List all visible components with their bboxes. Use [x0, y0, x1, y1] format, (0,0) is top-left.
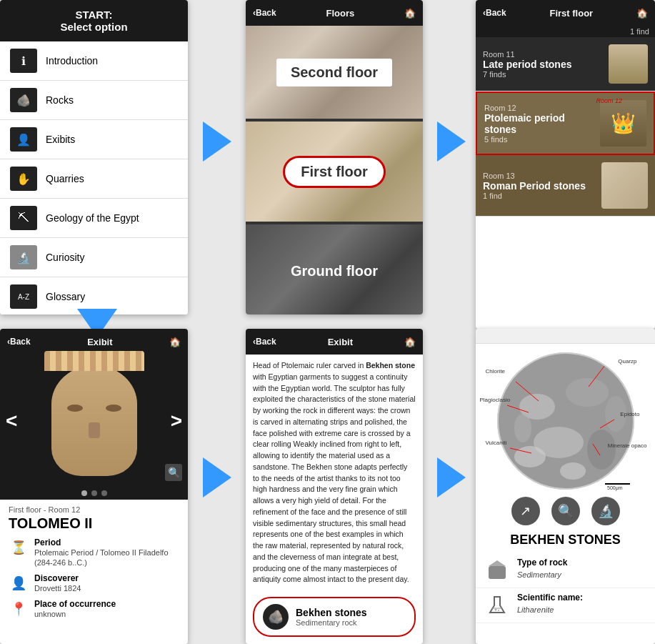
bekhen-info-button[interactable]: 🔬 [591, 497, 620, 525]
menu-item-introduction[interactable]: ℹ Introduction [0, 41, 188, 81]
bekhen-panel: 500μm Chlorite Quarzp Plagioclasio Epido… [476, 329, 655, 644]
menu-item-rocks-label: Rocks [46, 94, 74, 106]
place-value: unknown [34, 610, 66, 618]
room-12-image: 👑 [600, 100, 646, 147]
bekhen-sciname-detail: Scientific name: Litharenite [476, 588, 655, 623]
arrow-desc-to-bekhen [426, 457, 477, 497]
exhibit-statue-title: TOLOMEO II [9, 515, 179, 532]
rock-tag-button[interactable]: 🪨 Bekhen stones Sedimentary rock [253, 597, 416, 637]
ground-floor-image: Ground floor [246, 224, 423, 314]
arrow-menu-to-exhibit [77, 317, 117, 329]
arrow-floors-to-firstfloor [426, 122, 477, 162]
period-icon: ⏳ [9, 538, 29, 558]
bekhen-diagram-wrapper: 500μm Chlorite Quarzp Plagioclasio Epido… [476, 350, 655, 492]
svg-marker-21 [489, 560, 506, 566]
curiosity-icon: 🔬 [10, 245, 37, 269]
rock-tag-info: Bekhen stones Sedimentary rock [296, 607, 367, 627]
second-floor-section[interactable]: Second floor [246, 26, 423, 119]
menu-item-exibits[interactable]: 👤 Exibits [0, 120, 188, 159]
exhibit-back-label: Back [10, 337, 31, 347]
menu-header-text: START: Select option [60, 9, 127, 33]
pharaoh-statue [51, 365, 137, 476]
bekhen-type-label: Type of rock [517, 558, 567, 568]
svg-text:500μm: 500μm [607, 485, 623, 491]
discoverer-value: Drovetti 1824 [34, 584, 81, 593]
menu-item-quarries-label: Quarries [46, 173, 84, 184]
room-11-info: Room 11 Late period stones 7 finds [483, 50, 603, 79]
first-floor-section[interactable]: First floor [246, 122, 423, 222]
bekhen-share-button[interactable]: ↗ [511, 497, 540, 525]
svg-point-4 [566, 378, 609, 407]
exhibit-zoom-button[interactable]: 🔍 [165, 464, 182, 481]
arrow-right-icon-4 [203, 457, 231, 497]
discoverer-icon: 👤 [9, 573, 29, 593]
room-13-info: Room 13 Roman Period stones 1 find [483, 172, 596, 200]
flask-icon [486, 594, 509, 617]
arrow-menu-to-floors [191, 122, 243, 162]
first-floor-image: First floor [246, 122, 423, 222]
ground-floor-label: Ground floor [276, 257, 392, 285]
room-12-number: Room 12 [484, 104, 594, 112]
room-13-number: Room 13 [483, 172, 596, 180]
menu-item-curiosity[interactable]: 🔬 Curiosity [0, 238, 188, 277]
menu-item-rocks[interactable]: 🪨 Rocks [0, 81, 188, 120]
rock-tag-icon: 🪨 [263, 604, 289, 630]
floors-back-button[interactable]: ‹ Back [253, 8, 276, 18]
exhibit-title-top: Exibit [87, 337, 112, 347]
room-12-item[interactable]: Room 12 Ptolemaic period stones 5 finds … [476, 91, 655, 155]
room-11-number: Room 11 [483, 50, 603, 59]
exhibit-desc-home-icon[interactable]: 🏠 [404, 337, 416, 347]
arrow-right-icon-2 [437, 122, 466, 162]
geology-icon: ⛏ [10, 206, 37, 230]
menu-items-list: ℹ Introduction 🪨 Rocks 👤 Exibits ✋ Quarr… [0, 41, 188, 314]
room-13-item[interactable]: Room 13 Roman Period stones 1 find [476, 155, 655, 217]
discoverer-label: Discoverer [34, 573, 81, 583]
label-quarzp: Quarzp [618, 358, 636, 365]
first-floor-home-icon[interactable]: 🏠 [636, 8, 648, 19]
dot-1 [81, 490, 87, 496]
menu-item-curiosity-label: Curiosity [46, 252, 84, 263]
rocks-icon: 🪨 [10, 88, 37, 112]
exhibit-desc-back-label: Back [256, 337, 276, 347]
rock-tag-label: Bekhen stones [296, 607, 367, 618]
room-11-item[interactable]: Room 11 Late period stones 7 finds [476, 37, 655, 91]
first-floor-title: First floor [550, 8, 594, 19]
exhibit-panel: ‹ Back Exibit 🏠 < > 🔍 First floor - Room… [0, 329, 188, 644]
label-minerale-opaco: Minerale opaco [608, 442, 647, 449]
first-floor-topbar: ‹ Back First floor 🏠 [476, 0, 655, 26]
bekhen-type-text: Type of rock Sedimentary [517, 558, 567, 580]
menu-item-exibits-label: Exibits [46, 134, 75, 145]
exhibit-home-icon[interactable]: 🏠 [169, 337, 181, 347]
first-floor-back-button[interactable]: ‹ Back [483, 8, 506, 18]
exhibit-desc-panel: ‹ Back Exibit 🏠 Head of Ptolemaic ruler … [246, 329, 423, 644]
discoverer-text: Discoverer Drovetti 1824 [34, 573, 81, 593]
room-11-name: Late period stones [483, 59, 603, 70]
ground-floor-section[interactable]: Ground floor [246, 224, 423, 314]
bekhen-search-button[interactable]: 🔍 [551, 497, 580, 525]
exhibit-desc-back-button[interactable]: ‹ Back [253, 337, 276, 347]
exhibit-back-button[interactable]: ‹ Back [7, 337, 31, 347]
floors-home-icon[interactable]: 🏠 [404, 8, 416, 19]
bekhen-sciname-text: Scientific name: Litharenite [517, 593, 583, 615]
menu-item-geology-label: Geology of the Egypt [46, 212, 139, 224]
bekhen-type-detail: Type of rock Sedimentary [476, 553, 655, 588]
exhibit-floor-room: First floor - Room 12 [9, 505, 179, 514]
bekhen-breadcrumb [476, 329, 655, 344]
svg-point-6 [587, 430, 616, 470]
room-12-annotation: Room 12 [596, 97, 622, 104]
period-value: Ptolemaic Period / Tolomeo II Filadelfo … [34, 548, 169, 567]
menu-item-quarries[interactable]: ✋ Quarries [0, 159, 188, 199]
introduction-icon: ℹ [10, 49, 37, 73]
first-floor-panel: ‹ Back First floor 🏠 1 find Room 11 Late… [476, 0, 655, 329]
exhibit-next-button[interactable]: > [171, 410, 182, 432]
floors-panel: ‹ Back Floors 🏠 Second floor First floor… [246, 0, 423, 314]
menu-item-introduction-label: Introduction [46, 55, 98, 66]
menu-item-geology[interactable]: ⛏ Geology of the Egypt [0, 199, 188, 238]
exibits-icon: 👤 [10, 127, 37, 152]
exhibit-prev-button[interactable]: < [6, 410, 17, 432]
room-11-image [609, 44, 648, 84]
exhibit-description-text: Head of Ptolemaic ruler carved in Bekhen… [246, 355, 423, 593]
room-11-finds: 7 finds [483, 70, 603, 79]
second-floor-image: Second floor [246, 26, 423, 119]
rock-tag-sublabel: Sedimentary rock [296, 618, 367, 627]
